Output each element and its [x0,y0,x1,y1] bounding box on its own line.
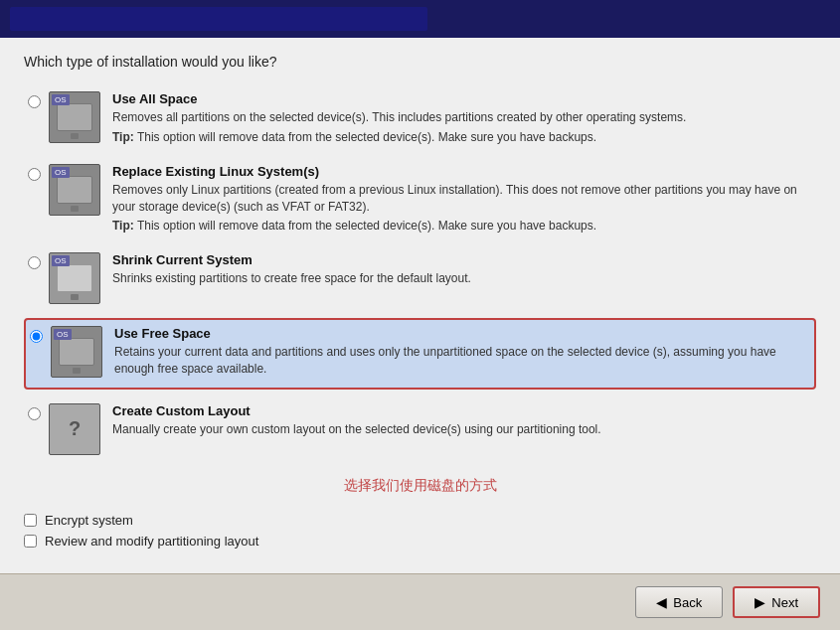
option-use-all-space[interactable]: OS Use All Space Removes all partitions … [24,85,816,150]
icon-create-custom: ? [49,403,100,455]
next-button[interactable]: ▶ Next [733,586,820,618]
encrypt-checkbox-row[interactable]: Encrypt system [24,513,816,528]
top-bar [0,0,840,38]
checkboxes: Encrypt system Review and modify partiti… [24,513,816,549]
icon-use-free-space: OS [51,326,102,378]
back-icon: ◀ [656,594,667,610]
option-text-replace-linux: Replace Existing Linux System(s) Removes… [112,164,812,234]
radio-replace-linux[interactable] [28,168,41,184]
radio-create-custom[interactable] [28,407,41,423]
back-label: Back [673,595,702,610]
option-text-create-custom: Create Custom Layout Manually create you… [112,403,812,442]
page-question: Which type of installation would you lik… [24,54,816,70]
option-create-custom[interactable]: ? Create Custom Layout Manually create y… [24,397,816,461]
radio-shrink-current[interactable] [28,256,41,272]
review-label: Review and modify partitioning layout [45,534,258,549]
top-bar-inner [10,7,427,31]
encrypt-label: Encrypt system [45,513,133,528]
option-text-use-all-space: Use All Space Removes all partitions on … [112,91,812,144]
next-label: Next [771,595,798,610]
radio-use-all-space[interactable] [28,95,41,111]
next-icon: ▶ [755,594,765,610]
option-use-free-space[interactable]: OS Use Free Space Retains your current d… [24,318,816,390]
radio-use-free-space[interactable] [30,330,43,346]
review-checkbox-row[interactable]: Review and modify partitioning layout [24,534,816,549]
encrypt-checkbox[interactable] [24,514,37,527]
option-shrink-current[interactable]: OS Shrink Current System Shrinks existin… [24,246,816,310]
icon-replace-linux: OS [49,164,100,216]
back-button[interactable]: ◀ Back [635,586,723,618]
main-content: Which type of installation would you lik… [0,38,840,573]
review-checkbox[interactable] [24,535,37,548]
chinese-note: 选择我们使用磁盘的方式 [24,477,816,495]
option-text-shrink-current: Shrink Current System Shrinks existing p… [112,252,812,291]
option-replace-linux[interactable]: OS Replace Existing Linux System(s) Remo… [24,158,816,239]
option-text-use-free-space: Use Free Space Retains your current data… [114,326,810,382]
icon-shrink-current: OS [49,252,100,304]
bottom-bar: ◀ Back ▶ Next [0,573,840,630]
icon-use-all-space: OS [49,91,100,143]
